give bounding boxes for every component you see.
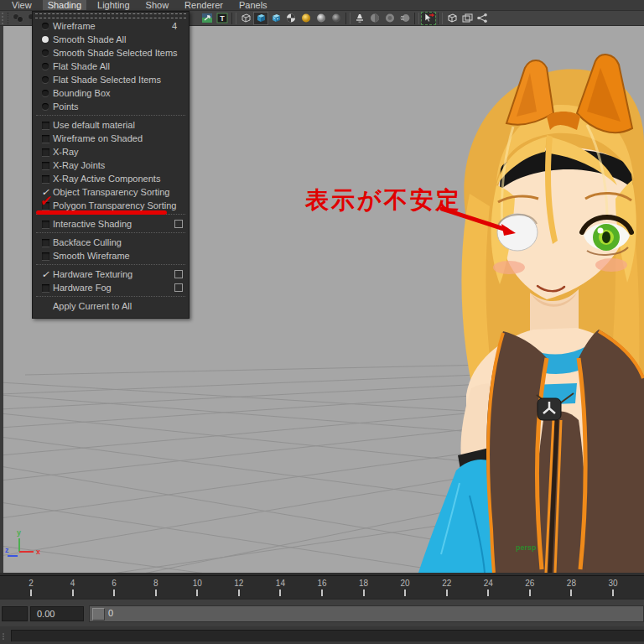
command-line-grip[interactable] — [3, 633, 9, 640]
gold-sphere-icon[interactable] — [299, 12, 314, 25]
menu-item-hardware-texturing[interactable]: ✓Hardware Texturing — [33, 267, 189, 281]
layers-icon[interactable] — [460, 12, 475, 25]
menu-item-backface-culling[interactable]: Backface Culling — [33, 236, 189, 249]
range-slider-handle[interactable] — [92, 608, 105, 621]
lamp-icon[interactable] — [352, 12, 367, 25]
menu-separator — [36, 115, 185, 117]
shading-dropdown-menu: Wireframe4 Smooth Shade All Smooth Shade… — [32, 11, 190, 319]
range-slider-value: 0 — [108, 608, 113, 618]
toolbar-separator — [231, 13, 236, 24]
current-time-field[interactable]: 0.00 — [30, 606, 84, 621]
annotation-red-check: ✔ — [39, 196, 51, 205]
menu-item-smooth-wireframe[interactable]: Smooth Wireframe — [33, 249, 189, 262]
camera-label: persp — [516, 543, 537, 552]
time-slider[interactable]: 24681012141618202224262830 — [0, 575, 644, 598]
command-line-input[interactable] — [11, 630, 644, 641]
shadow-sphere-icon[interactable] — [367, 12, 382, 25]
menu-lighting[interactable]: Lighting — [92, 0, 135, 10]
toolbar-separator — [438, 13, 443, 24]
toolbar-separator — [414, 13, 419, 24]
menu-item-use-default-material[interactable]: Use default material — [33, 118, 189, 132]
text-tool-icon[interactable]: T — [215, 12, 230, 25]
image-edit-icon[interactable] — [200, 12, 215, 25]
axis-gizmo: y x z — [0, 525, 50, 567]
textured-cube-icon[interactable] — [268, 12, 283, 25]
menu-separator — [36, 232, 185, 234]
menu-separator — [36, 296, 185, 298]
viewport-bottom-edge — [0, 573, 644, 575]
menu-show[interactable]: Show — [141, 0, 174, 10]
shaded-cube-icon[interactable] — [253, 12, 268, 25]
menu-item-xray[interactable]: X-Ray — [33, 145, 189, 158]
motionblur-sphere-icon[interactable] — [397, 12, 413, 25]
toolbar-separator — [345, 13, 351, 24]
command-line-bar — [0, 626, 644, 644]
option-box[interactable] — [174, 270, 183, 278]
menu-item-flat-shade-selected[interactable]: Flat Shade Selected Items — [33, 73, 189, 86]
dark-sphere-icon[interactable] — [329, 12, 344, 25]
film-camera-icon[interactable] — [10, 12, 25, 25]
menu-panels[interactable]: Panels — [234, 0, 273, 10]
svg-text:T: T — [220, 14, 225, 23]
menu-tearoff-handle[interactable] — [35, 13, 186, 18]
range-start-field[interactable] — [2, 606, 28, 621]
menu-separator — [36, 264, 185, 266]
checkered-sphere-icon[interactable] — [283, 12, 299, 25]
ao-sphere-icon[interactable] — [382, 12, 397, 25]
menu-item-apply-current-to-all[interactable]: Apply Current to All — [33, 299, 189, 313]
menu-item-polygon-transparency-sorting[interactable]: ✔ Polygon Transparency Sorting — [33, 199, 189, 212]
menu-item-xray-joints[interactable]: X-Ray Joints — [33, 158, 189, 172]
menu-shading[interactable]: Shading — [43, 0, 86, 10]
axis-label-y: y — [17, 528, 21, 537]
menu-item-smooth-shade-selected[interactable]: Smooth Shade Selected Items — [33, 46, 189, 60]
menu-item-points[interactable]: Points — [33, 100, 189, 113]
menu-item-smooth-shade-all[interactable]: Smooth Shade All — [33, 33, 189, 46]
annotation-red-underline — [36, 210, 167, 215]
share-icon[interactable] — [475, 12, 490, 25]
menu-item-bounding-box[interactable]: Bounding Box — [33, 86, 189, 100]
option-box[interactable] — [174, 220, 183, 228]
menu-item-wireframe-on-shaded[interactable]: Wireframe on Shaded — [33, 132, 189, 145]
wireframe-cube-icon[interactable] — [238, 12, 253, 25]
cube-outline-icon[interactable] — [444, 12, 460, 25]
viewport-left-edge — [0, 26, 3, 575]
menu-item-flat-shade-all[interactable]: Flat Shade All — [33, 60, 189, 73]
maya-window: View Shading Lighting Show Renderer Pane… — [0, 0, 644, 644]
isolate-select-icon[interactable] — [421, 12, 436, 25]
light-sphere-icon[interactable] — [314, 12, 329, 25]
timeline-ticks: 24681012141618202224262830 — [0, 576, 644, 598]
menu-renderer[interactable]: Renderer — [179, 0, 228, 10]
menu-item-xray-active-components[interactable]: X-Ray Active Components — [33, 172, 189, 185]
menu-item-hardware-fog[interactable]: Hardware Fog — [33, 281, 189, 294]
axis-label-z: z — [5, 546, 9, 554]
axis-label-x: x — [36, 548, 40, 556]
menu-item-wireframe[interactable]: Wireframe4 — [33, 19, 189, 33]
menu-item-interactive-shading[interactable]: Interactive Shading — [33, 217, 189, 231]
menu-item-object-transparency-sorting[interactable]: ✓Object Transparency Sorting — [33, 185, 189, 199]
toolbar-grip[interactable] — [2, 13, 8, 24]
menu-view[interactable]: View — [7, 0, 37, 10]
annotation-text: 表示が不安定 — [305, 184, 462, 216]
range-slider-row: 0.00 0 — [0, 598, 644, 626]
range-slider-bar[interactable]: 0 — [89, 605, 644, 622]
option-box[interactable] — [174, 283, 183, 292]
panel-menubar: View Shading Lighting Show Renderer Pane… — [0, 0, 644, 11]
